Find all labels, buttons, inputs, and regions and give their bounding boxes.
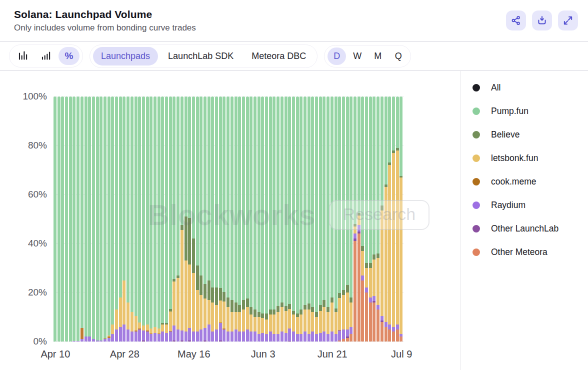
- bar-day-67[interactable]: [311, 96, 314, 342]
- bar-day-16[interactable]: [115, 96, 118, 342]
- bar-day-3[interactable]: [65, 96, 68, 342]
- bar-day-28[interactable]: [161, 96, 164, 342]
- bar-day-14[interactable]: [108, 96, 110, 342]
- bar-day-55[interactable]: [265, 96, 268, 342]
- chart-type-percent-stacked-button[interactable]: %: [58, 47, 80, 65]
- share-button[interactable]: [506, 10, 526, 30]
- bar-day-64[interactable]: [300, 96, 302, 342]
- period-q-button[interactable]: Q: [389, 48, 408, 65]
- period-d-button[interactable]: D: [328, 48, 346, 65]
- chart-type-ascending-bar-chart-button[interactable]: [36, 47, 56, 65]
- bar-day-41[interactable]: [211, 96, 214, 342]
- bar-day-1[interactable]: [58, 96, 60, 342]
- bar-day-13[interactable]: [104, 96, 106, 342]
- bar-day-27[interactable]: [158, 96, 160, 342]
- bar-day-47[interactable]: [234, 96, 238, 342]
- bar-day-63[interactable]: [296, 96, 299, 342]
- bar-day-39[interactable]: [204, 96, 206, 342]
- bar-day-12[interactable]: [100, 96, 102, 342]
- bar-day-77[interactable]: [350, 96, 352, 342]
- bar-day-24[interactable]: [146, 96, 149, 342]
- bar-day-61[interactable]: [288, 96, 291, 342]
- legend-item-pump-fun[interactable]: Pump.fun: [472, 100, 588, 123]
- expand-button[interactable]: [558, 10, 578, 30]
- legend-item-cook-meme[interactable]: cook.meme: [472, 170, 588, 194]
- bar-day-0[interactable]: [54, 96, 56, 342]
- bar-day-59[interactable]: [280, 96, 284, 342]
- bar-day-70[interactable]: [322, 96, 326, 342]
- bar-day-37[interactable]: [196, 96, 199, 342]
- bar-day-22[interactable]: [138, 96, 141, 342]
- bar-day-18[interactable]: [122, 96, 126, 342]
- bar-day-83[interactable]: [372, 96, 376, 342]
- bar-day-69[interactable]: [319, 96, 322, 342]
- bar-day-33[interactable]: [180, 96, 184, 342]
- period-w-button[interactable]: W: [348, 48, 366, 65]
- bar-day-2[interactable]: [61, 96, 64, 342]
- bar-day-7[interactable]: [80, 96, 84, 342]
- bar-day-60[interactable]: [284, 96, 288, 342]
- bar-day-76[interactable]: [346, 96, 349, 342]
- bar-day-29[interactable]: [165, 96, 168, 342]
- bar-day-86[interactable]: [384, 96, 388, 342]
- bar-day-45[interactable]: [226, 96, 230, 342]
- tab-launchlab-sdk[interactable]: LaunchLab SDK: [160, 47, 242, 66]
- bar-day-62[interactable]: [292, 96, 295, 342]
- bar-day-68[interactable]: [315, 96, 318, 342]
- bar-day-25[interactable]: [150, 96, 152, 342]
- bar-day-43[interactable]: [219, 96, 222, 342]
- legend-item-believe[interactable]: Believe: [472, 123, 588, 146]
- bar-day-75[interactable]: [342, 96, 345, 342]
- bar-day-10[interactable]: [92, 96, 95, 342]
- legend-item-all[interactable]: All: [472, 76, 588, 100]
- bar-day-46[interactable]: [230, 96, 234, 342]
- bar-day-90[interactable]: [400, 96, 402, 342]
- legend-item-other-meteora[interactable]: Other Meteora: [472, 240, 588, 264]
- bar-day-35[interactable]: [188, 96, 191, 342]
- bar-day-85[interactable]: [380, 96, 384, 342]
- bar-day-80[interactable]: [361, 96, 364, 342]
- bar-day-51[interactable]: [250, 96, 252, 342]
- bar-day-58[interactable]: [276, 96, 280, 342]
- bar-day-71[interactable]: [326, 96, 330, 342]
- bar-day-21[interactable]: [134, 96, 138, 342]
- bar-day-6[interactable]: [76, 96, 80, 342]
- bar-day-4[interactable]: [69, 96, 72, 342]
- bar-day-81[interactable]: [365, 96, 368, 342]
- bar-day-9[interactable]: [88, 96, 91, 342]
- bar-day-26[interactable]: [154, 96, 156, 342]
- bar-day-36[interactable]: [192, 96, 195, 342]
- legend-item-raydium[interactable]: Raydium: [472, 194, 588, 217]
- chart-type-bar-chart-button[interactable]: [12, 47, 34, 65]
- bar-day-17[interactable]: [119, 96, 122, 342]
- legend-item-other-launchlab[interactable]: Other LaunchLab: [472, 217, 588, 240]
- bar-day-20[interactable]: [130, 96, 134, 342]
- tab-meteora-dbc[interactable]: Meteora DBC: [244, 47, 314, 66]
- bar-day-87[interactable]: [388, 96, 391, 342]
- bar-day-57[interactable]: [272, 96, 276, 342]
- bar-day-5[interactable]: [72, 96, 76, 342]
- bar-day-54[interactable]: [261, 96, 264, 342]
- bar-day-31[interactable]: [172, 96, 176, 342]
- bar-day-88[interactable]: [392, 96, 395, 342]
- bar-day-73[interactable]: [334, 96, 338, 342]
- plot-area[interactable]: [54, 96, 404, 342]
- bar-day-56[interactable]: [269, 96, 272, 342]
- bar-day-49[interactable]: [242, 96, 245, 342]
- bar-day-79[interactable]: [358, 96, 360, 342]
- bar-day-32[interactable]: [176, 96, 180, 342]
- bar-day-82[interactable]: [369, 96, 372, 342]
- bar-day-89[interactable]: [396, 96, 399, 342]
- bar-day-19[interactable]: [126, 96, 130, 342]
- download-button[interactable]: [532, 10, 552, 30]
- bar-day-23[interactable]: [142, 96, 145, 342]
- bar-day-42[interactable]: [215, 96, 218, 342]
- bar-day-50[interactable]: [246, 96, 249, 342]
- bar-day-15[interactable]: [111, 96, 114, 342]
- bar-day-52[interactable]: [254, 96, 256, 342]
- bar-day-65[interactable]: [304, 96, 306, 342]
- bar-day-11[interactable]: [96, 96, 99, 342]
- bar-day-44[interactable]: [222, 96, 226, 342]
- bar-day-74[interactable]: [338, 96, 341, 342]
- bar-day-72[interactable]: [330, 96, 334, 342]
